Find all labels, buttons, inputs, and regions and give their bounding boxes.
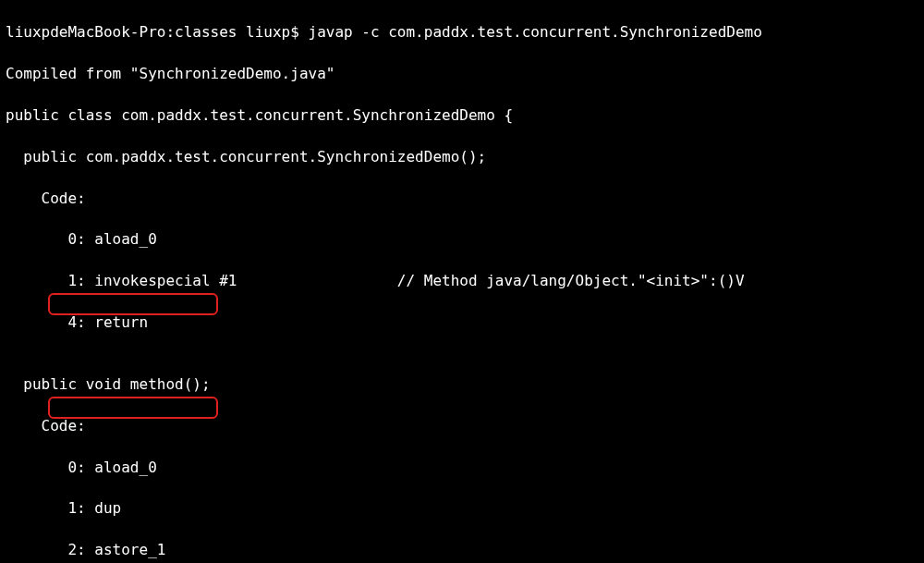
- bytecode-line: 4: return: [6, 312, 918, 333]
- constructor-declaration: public com.paddx.test.concurrent.Synchro…: [6, 147, 918, 167]
- bytecode-line: 0: aload_0: [6, 458, 918, 478]
- bytecode-line: 2: astore_1: [6, 540, 918, 560]
- method-declaration: public void method();: [6, 374, 918, 395]
- compiled-from-line: Compiled from "SynchronizedDemo.java": [6, 64, 918, 84]
- shell-prompt-line: liuxpdeMacBook-Pro:classes liuxp$ javap …: [6, 22, 918, 43]
- code-label: Code:: [6, 416, 918, 436]
- bytecode-line: 0: aload_0: [6, 229, 918, 250]
- bytecode-line: 1: invokespecial #1 // Method java/lang/…: [6, 271, 918, 291]
- terminal-output: liuxpdeMacBook-Pro:classes liuxp$ javap …: [0, 0, 924, 563]
- bytecode-line: 1: dup: [6, 498, 918, 519]
- code-label: Code:: [6, 189, 918, 209]
- class-declaration: public class com.paddx.test.concurrent.S…: [6, 105, 918, 126]
